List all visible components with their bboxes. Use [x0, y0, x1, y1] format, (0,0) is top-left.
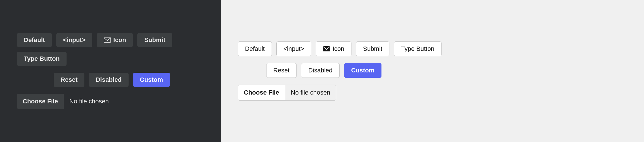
- light-submit-button[interactable]: Submit: [356, 41, 389, 56]
- dark-panel: Default <input> Icon Submit Type Button …: [0, 0, 221, 142]
- light-custom-button[interactable]: Custom: [344, 63, 381, 78]
- dark-type-button[interactable]: Type Button: [17, 52, 67, 66]
- light-row-2: Reset Disabled Custom: [238, 63, 627, 78]
- dark-icon-button[interactable]: Icon: [97, 33, 133, 47]
- dark-no-file-label: No file chosen: [64, 94, 114, 109]
- light-type-button[interactable]: Type Button: [394, 41, 441, 56]
- light-reset-button[interactable]: Reset: [266, 63, 297, 78]
- dark-custom-button[interactable]: Custom: [133, 73, 170, 87]
- dark-icon-button-label: Icon: [113, 36, 126, 44]
- dark-submit-button[interactable]: Submit: [137, 33, 172, 47]
- light-default-button[interactable]: Default: [238, 41, 272, 56]
- light-no-file-label: No file chosen: [285, 85, 336, 101]
- dark-file-row: Choose File No file chosen: [17, 94, 204, 109]
- light-input-button[interactable]: <input>: [276, 41, 311, 56]
- dark-row-2: Reset Disabled Custom: [17, 73, 204, 87]
- light-row-1: Default <input> Icon Submit Type Button: [238, 41, 627, 56]
- light-icon-button-label: Icon: [332, 45, 344, 53]
- dark-disabled-button[interactable]: Disabled: [89, 73, 129, 87]
- light-file-row: Choose File No file chosen: [238, 85, 627, 101]
- dark-choose-file-button[interactable]: Choose File: [17, 94, 64, 109]
- dark-default-button[interactable]: Default: [17, 33, 52, 47]
- light-icon-button[interactable]: Icon: [316, 41, 351, 56]
- light-panel: Default <input> Icon Submit Type Button …: [221, 0, 644, 142]
- light-choose-file-button[interactable]: Choose File: [238, 85, 285, 101]
- dark-row-1: Default <input> Icon Submit Type Button: [17, 33, 204, 66]
- light-disabled-button[interactable]: Disabled: [301, 63, 340, 78]
- envelope-icon-light: [323, 46, 330, 51]
- dark-input-button[interactable]: <input>: [56, 33, 92, 47]
- dark-reset-button[interactable]: Reset: [54, 73, 84, 87]
- envelope-icon: [104, 37, 111, 43]
